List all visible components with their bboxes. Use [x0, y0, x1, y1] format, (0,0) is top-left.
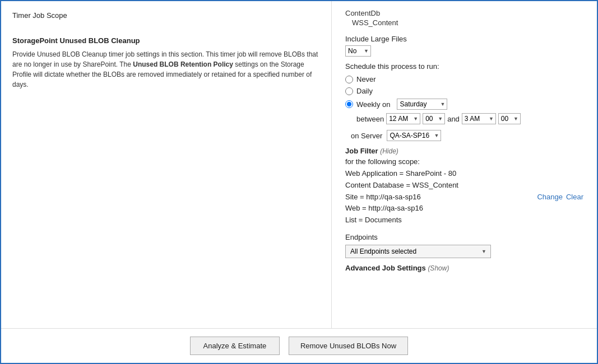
analyze-estimate-button[interactable]: Analyze & Estimate	[190, 337, 280, 355]
desc-bold: Unused BLOB Retention Policy	[133, 60, 233, 68]
radio-daily[interactable]	[345, 87, 353, 95]
include-large-files-label: Include Large Files	[345, 35, 583, 43]
start-hour-select[interactable]: 12 AM1 AM2 AM3 AM 4 AM5 AM6 AM7 AM	[386, 113, 420, 124]
right-panel: ContentDb WSS_Content Include Large File…	[332, 1, 597, 328]
page-container: Timer Job Scope StoragePoint Unused BLOB…	[0, 0, 598, 364]
scope-container: Web Application = SharePoint - 80 Conten…	[345, 168, 583, 226]
advanced-settings-show[interactable]: (Show)	[428, 264, 449, 272]
scope-site: Site = http://qa-sa-sp16	[345, 192, 421, 203]
change-button[interactable]: Change	[537, 193, 563, 201]
scope-lines: Web Application = SharePoint - 80 Conten…	[345, 168, 583, 226]
radio-weekly-label: Weekly on	[356, 100, 390, 109]
radio-daily-row: Daily	[345, 87, 583, 95]
end-min-select[interactable]: 00153045	[498, 113, 521, 124]
include-large-files-row: No Yes	[345, 45, 583, 57]
job-filter-row: Job Filter (Hide)	[345, 147, 583, 155]
scope-list: List = Documents	[345, 214, 583, 226]
radio-never[interactable]	[345, 76, 353, 83]
action-links: Change Clear	[537, 193, 583, 201]
scope-site-row: Site = http://qa-sa-sp16 Change Clear	[345, 192, 583, 203]
time-row: between 12 AM1 AM2 AM3 AM 4 AM5 AM6 AM7 …	[356, 113, 583, 124]
radio-weekly[interactable]	[345, 100, 353, 108]
section-title: Timer Job Scope	[12, 11, 320, 20]
radio-never-label: Never	[356, 75, 376, 83]
for-scope-label: for the following scope:	[345, 157, 583, 166]
schedule-section: Schedule this process to run: Never Dail…	[345, 62, 583, 124]
footer-buttons: Analyze & Estimate Remove Unused BLOBs N…	[1, 328, 597, 363]
endpoints-section: Endpoints All Endpoints selected Endpoin…	[345, 233, 583, 258]
job-filter-hide[interactable]: (Hide)	[380, 147, 398, 155]
between-label: between	[356, 115, 384, 123]
scope-web-app: Web Application = SharePoint - 80	[345, 168, 583, 180]
db-name: ContentDb	[345, 9, 583, 17]
scope-content-db: Content Database = WSS_Content	[345, 180, 583, 192]
radio-weekly-row: Weekly on Saturday Sunday Monday Tuesday…	[345, 99, 583, 110]
server-select-wrapper: QA-SA-SP16 Server2	[387, 130, 441, 141]
end-hour-select[interactable]: 12 AM1 AM2 AM 3 AM4 AM5 AM	[462, 113, 496, 124]
left-panel: Timer Job Scope StoragePoint Unused BLOB…	[1, 1, 332, 328]
advanced-settings-row: Advanced Job Settings (Show)	[345, 264, 583, 272]
clear-button[interactable]: Clear	[566, 193, 583, 201]
and-label: and	[447, 115, 460, 123]
subsection-title: StoragePoint Unused BLOB Cleanup	[12, 36, 320, 45]
endpoints-select-wrapper: All Endpoints selected Endpoint 1 Endpoi…	[345, 245, 491, 258]
start-min-select[interactable]: 00153045	[423, 113, 445, 124]
endpoints-label: Endpoints	[345, 233, 583, 241]
include-large-files-wrapper: No Yes	[345, 45, 371, 57]
db-sub: WSS_Content	[345, 18, 583, 27]
end-min-wrapper: 00153045	[498, 113, 521, 124]
day-select-wrapper: Saturday Sunday Monday Tuesday Wednesday…	[397, 99, 447, 110]
day-select[interactable]: Saturday Sunday Monday Tuesday Wednesday…	[397, 99, 447, 110]
scope-web: Web = http://qa-sa-sp16	[345, 203, 583, 214]
include-large-files-select[interactable]: No Yes	[345, 45, 371, 57]
start-hour-wrapper: 12 AM1 AM2 AM3 AM 4 AM5 AM6 AM7 AM	[386, 113, 420, 124]
advanced-settings-label: Advanced Job Settings	[345, 264, 426, 272]
start-min-wrapper: 00153045	[423, 113, 445, 124]
end-hour-wrapper: 12 AM1 AM2 AM 3 AM4 AM5 AM	[462, 113, 496, 124]
job-filter-label: Job Filter	[345, 147, 378, 155]
server-select[interactable]: QA-SA-SP16 Server2	[387, 130, 441, 141]
radio-never-row: Never	[345, 75, 583, 83]
description-text: Provide Unused BLOB Cleanup timer job se…	[12, 49, 320, 90]
schedule-label: Schedule this process to run:	[345, 62, 583, 71]
endpoints-select[interactable]: All Endpoints selected Endpoint 1 Endpoi…	[345, 245, 491, 258]
content-area: Timer Job Scope StoragePoint Unused BLOB…	[1, 1, 597, 328]
on-server-label: on Server	[351, 132, 382, 140]
radio-daily-label: Daily	[356, 87, 373, 95]
remove-blobs-button[interactable]: Remove Unused BLOBs Now	[289, 337, 408, 355]
server-row: on Server QA-SA-SP16 Server2	[351, 130, 583, 141]
